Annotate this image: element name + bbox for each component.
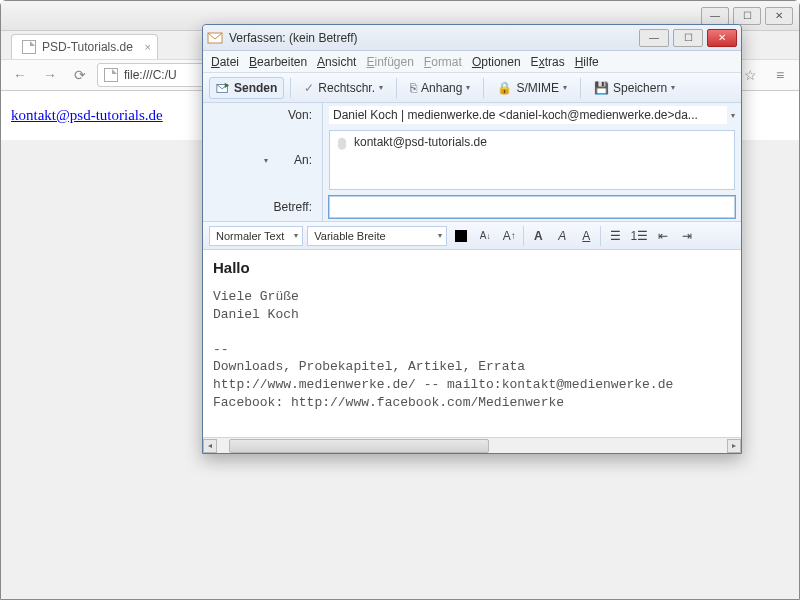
signature-sep: --	[213, 341, 731, 359]
menu-einfuegen[interactable]: Einfügen	[366, 55, 413, 69]
numbered-list-button[interactable]: 1☰	[629, 226, 649, 246]
compose-window: Verfassen: (kein Betreff) — ☐ ✕ Datei Be…	[202, 24, 742, 454]
smime-button[interactable]: 🔒 S/MIME ▾	[490, 77, 574, 99]
compose-toolbar: Senden ✓ Rechtschr. ▾ ⎘ Anhang ▾ 🔒 S/MIM…	[203, 73, 741, 103]
to-label[interactable]: ▾ An:	[203, 127, 323, 193]
separator	[483, 78, 484, 98]
save-icon: 💾	[594, 81, 609, 95]
signature-line: http://www.medienwerke.de/ -- mailto:kon…	[213, 376, 731, 394]
chevron-down-icon: ▾	[671, 83, 675, 92]
scroll-thumb[interactable]	[229, 439, 489, 453]
menu-optionen[interactable]: Optionen	[472, 55, 521, 69]
separator	[523, 226, 524, 246]
compose-menubar: Datei Bearbeiten Ansicht Einfügen Format…	[203, 51, 741, 73]
message-body[interactable]: Hallo Viele Grüße Daniel Koch -- Downloa…	[203, 250, 741, 437]
headers-section: Von: Daniel Koch | medienwerke.de <danie…	[203, 103, 741, 222]
separator	[600, 226, 601, 246]
font-smaller-button[interactable]: A↓	[475, 226, 495, 246]
outdent-button[interactable]: ⇤	[653, 226, 673, 246]
save-label: Speichern	[613, 81, 667, 95]
person-icon	[338, 138, 346, 146]
tab-title: PSD-Tutorials.de	[42, 40, 133, 54]
send-label: Senden	[234, 81, 277, 95]
from-dropdown[interactable]: Daniel Koch | medienwerke.de <daniel-koc…	[323, 103, 741, 127]
mailto-link[interactable]: kontakt@psd-tutorials.de	[11, 107, 163, 123]
from-value: Daniel Koch | medienwerke.de <daniel-koc…	[333, 108, 723, 122]
bold-button[interactable]: A	[528, 226, 548, 246]
from-row: Von: Daniel Koch | medienwerke.de <danie…	[203, 103, 741, 127]
font-larger-button[interactable]: A↑	[499, 226, 519, 246]
menu-button[interactable]: ≡	[767, 63, 793, 87]
compose-close-button[interactable]: ✕	[707, 29, 737, 47]
address-box[interactable]: kontakt@psd-tutorials.de	[329, 130, 735, 190]
chevron-down-icon: ▾	[466, 83, 470, 92]
menu-format[interactable]: Format	[424, 55, 462, 69]
browser-tab[interactable]: PSD-Tutorials.de ×	[11, 34, 158, 59]
signature-line: Downloads, Probekapitel, Artikel, Errata	[213, 358, 731, 376]
lock-icon: 🔒	[497, 81, 512, 95]
tab-close-icon[interactable]: ×	[144, 41, 150, 53]
file-icon	[104, 68, 118, 82]
chevron-down-icon: ▾	[563, 83, 567, 92]
subject-field-wrap	[323, 193, 741, 221]
paragraph-style-select[interactable]: Normaler Text	[209, 226, 303, 246]
color-swatch-icon	[455, 230, 467, 242]
subject-input[interactable]	[329, 196, 735, 218]
attach-label: Anhang	[421, 81, 462, 95]
url-text: file:///C:/U	[124, 68, 177, 82]
text-color-button[interactable]	[451, 226, 471, 246]
compose-minimize-button[interactable]: —	[639, 29, 669, 47]
scroll-right-arrow[interactable]: ▸	[727, 439, 741, 453]
reload-button[interactable]: ⟳	[67, 63, 93, 87]
back-button[interactable]: ←	[7, 63, 33, 87]
underline-button[interactable]: A	[576, 226, 596, 246]
body-line: Viele Grüße	[213, 288, 731, 306]
from-label: Von:	[203, 103, 323, 127]
subject-row: Betreff:	[203, 193, 741, 221]
to-field[interactable]: kontakt@psd-tutorials.de	[323, 127, 741, 193]
indent-button[interactable]: ⇥	[677, 226, 697, 246]
address-entry[interactable]: kontakt@psd-tutorials.de	[332, 133, 732, 151]
to-value: kontakt@psd-tutorials.de	[354, 135, 487, 149]
save-button[interactable]: 💾 Speichern ▾	[587, 77, 682, 99]
menu-extras[interactable]: Extras	[531, 55, 565, 69]
separator	[290, 78, 291, 98]
check-icon: ✓	[304, 81, 314, 95]
horizontal-scrollbar[interactable]: ◂ ▸	[203, 437, 741, 453]
attach-button[interactable]: ⎘ Anhang ▾	[403, 77, 477, 99]
recipient-type-dropdown[interactable]: ▾	[264, 156, 268, 165]
forward-button[interactable]: →	[37, 63, 63, 87]
separator	[580, 78, 581, 98]
paperclip-icon: ⎘	[410, 81, 417, 95]
bullet-list-button[interactable]: ☰	[605, 226, 625, 246]
to-row: ▾ An: kontakt@psd-tutorials.de	[203, 127, 741, 193]
compose-titlebar[interactable]: Verfassen: (kein Betreff) — ☐ ✕	[203, 25, 741, 51]
maximize-button[interactable]: ☐	[733, 7, 761, 25]
scroll-left-arrow[interactable]: ◂	[203, 439, 217, 453]
send-icon	[216, 81, 230, 95]
format-toolbar: Normaler Text Variable Breite A↓ A↑ A A …	[203, 222, 741, 250]
body-greeting: Hallo	[213, 258, 731, 278]
envelope-icon	[207, 30, 223, 46]
menu-ansicht[interactable]: Ansicht	[317, 55, 356, 69]
menu-datei[interactable]: Datei	[211, 55, 239, 69]
minimize-button[interactable]: —	[701, 7, 729, 25]
chevron-down-icon: ▾	[379, 83, 383, 92]
font-family-select[interactable]: Variable Breite	[307, 226, 447, 246]
send-button[interactable]: Senden	[209, 77, 284, 99]
separator	[396, 78, 397, 98]
subject-label: Betreff:	[203, 193, 323, 221]
file-icon	[22, 40, 36, 54]
menu-bearbeiten[interactable]: Bearbeiten	[249, 55, 307, 69]
smime-label: S/MIME	[516, 81, 559, 95]
spellcheck-label: Rechtschr.	[318, 81, 375, 95]
compose-title: Verfassen: (kein Betreff)	[229, 31, 635, 45]
signature-line: Facebook: http://www.facebook.com/Medien…	[213, 394, 731, 412]
menu-hilfe[interactable]: Hilfe	[575, 55, 599, 69]
body-line: Daniel Koch	[213, 306, 731, 324]
spellcheck-button[interactable]: ✓ Rechtschr. ▾	[297, 77, 390, 99]
compose-maximize-button[interactable]: ☐	[673, 29, 703, 47]
close-button[interactable]: ✕	[765, 7, 793, 25]
italic-button[interactable]: A	[552, 226, 572, 246]
